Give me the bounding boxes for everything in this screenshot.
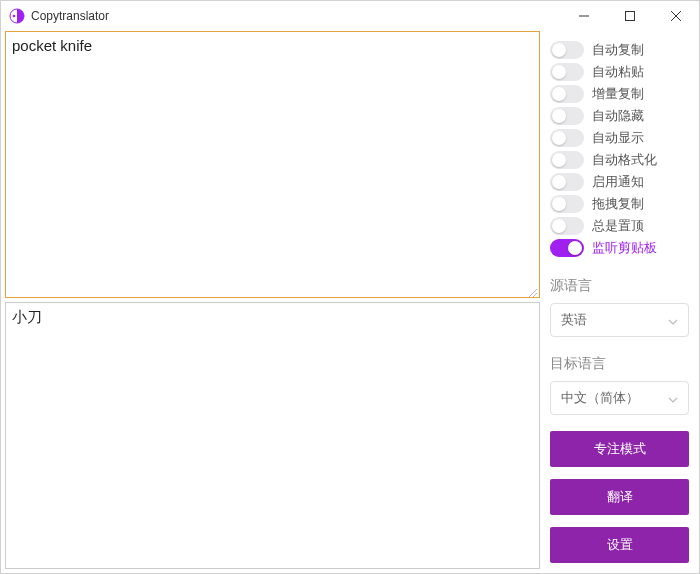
output-wrap xyxy=(5,302,540,569)
toggle-row-auto_paste: 自动粘贴 xyxy=(550,61,689,83)
toggle-row-listen_clip: 监听剪贴板 xyxy=(550,237,689,259)
svg-point-1 xyxy=(13,15,16,18)
window-controls xyxy=(561,1,699,31)
toggle-row-drag_copy: 拖拽复制 xyxy=(550,193,689,215)
text-panels xyxy=(1,31,544,573)
toggle-row-auto_hide: 自动隐藏 xyxy=(550,105,689,127)
toggle-label-inc_copy: 增量复制 xyxy=(592,85,644,103)
toggle-auto_show[interactable] xyxy=(550,129,584,147)
toggle-label-auto_format: 自动格式化 xyxy=(592,151,657,169)
toggle-row-always_top: 总是置顶 xyxy=(550,215,689,237)
toggle-label-listen_clip: 监听剪贴板 xyxy=(592,239,657,257)
minimize-button[interactable] xyxy=(561,1,607,31)
toggle-auto_paste[interactable] xyxy=(550,63,584,81)
maximize-button[interactable] xyxy=(607,1,653,31)
app-window: Copytranslator xyxy=(0,0,700,574)
toggle-always_top[interactable] xyxy=(550,217,584,235)
titlebar: Copytranslator xyxy=(1,1,699,31)
app-icon xyxy=(9,8,25,24)
svg-rect-3 xyxy=(626,12,635,21)
window-title: Copytranslator xyxy=(31,9,109,23)
source-wrap xyxy=(5,31,540,298)
settings-button[interactable]: 设置 xyxy=(550,527,689,563)
source-lang-value: 英语 xyxy=(561,311,587,329)
target-lang-label: 目标语言 xyxy=(550,355,689,373)
toggle-label-auto_hide: 自动隐藏 xyxy=(592,107,644,125)
toggle-auto_format[interactable] xyxy=(550,151,584,169)
translate-button[interactable]: 翻译 xyxy=(550,479,689,515)
focus-mode-button[interactable]: 专注模式 xyxy=(550,431,689,467)
toggle-row-auto_show: 自动显示 xyxy=(550,127,689,149)
toggle-enable_notify[interactable] xyxy=(550,173,584,191)
toggle-label-auto_show: 自动显示 xyxy=(592,129,644,147)
toggle-listen_clip[interactable] xyxy=(550,239,584,257)
target-lang-select[interactable]: 中文（简体） xyxy=(550,381,689,415)
chevron-down-icon xyxy=(668,391,678,406)
toggle-inc_copy[interactable] xyxy=(550,85,584,103)
toggle-drag_copy[interactable] xyxy=(550,195,584,213)
toggle-row-auto_format: 自动格式化 xyxy=(550,149,689,171)
toggle-label-enable_notify: 启用通知 xyxy=(592,173,644,191)
toggle-row-inc_copy: 增量复制 xyxy=(550,83,689,105)
source-lang-select[interactable]: 英语 xyxy=(550,303,689,337)
target-lang-value: 中文（简体） xyxy=(561,389,639,407)
toggle-label-auto_paste: 自动粘贴 xyxy=(592,63,644,81)
toggle-auto_hide[interactable] xyxy=(550,107,584,125)
toggle-label-auto_copy: 自动复制 xyxy=(592,41,644,59)
source-textarea[interactable] xyxy=(5,31,540,298)
toggle-label-drag_copy: 拖拽复制 xyxy=(592,195,644,213)
toggle-row-auto_copy: 自动复制 xyxy=(550,39,689,61)
toggles-list: 自动复制自动粘贴增量复制自动隐藏自动显示自动格式化启用通知拖拽复制总是置顶监听剪… xyxy=(550,39,689,259)
body: 自动复制自动粘贴增量复制自动隐藏自动显示自动格式化启用通知拖拽复制总是置顶监听剪… xyxy=(1,31,699,573)
output-textarea[interactable] xyxy=(5,302,540,569)
chevron-down-icon xyxy=(668,313,678,328)
close-button[interactable] xyxy=(653,1,699,31)
toggle-label-always_top: 总是置顶 xyxy=(592,217,644,235)
sidebar: 自动复制自动粘贴增量复制自动隐藏自动显示自动格式化启用通知拖拽复制总是置顶监听剪… xyxy=(544,31,699,573)
source-lang-label: 源语言 xyxy=(550,277,689,295)
toggle-auto_copy[interactable] xyxy=(550,41,584,59)
toggle-row-enable_notify: 启用通知 xyxy=(550,171,689,193)
